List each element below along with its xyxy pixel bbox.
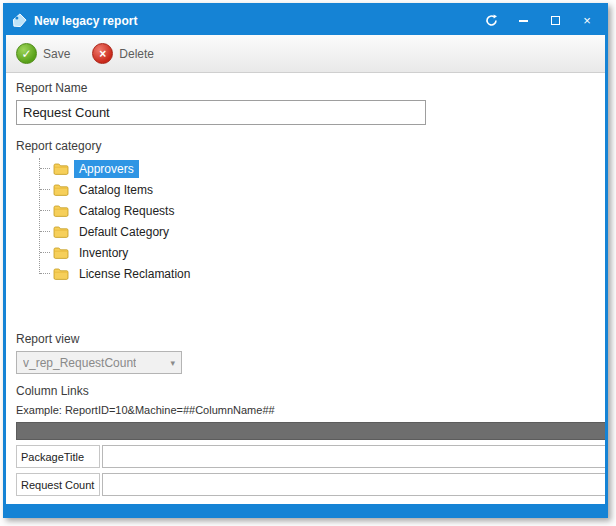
- tree-item-label: License Reclamation: [74, 265, 195, 283]
- status-bar: [6, 504, 605, 515]
- delete-button-label: Delete: [119, 47, 154, 61]
- minimize-icon: [519, 20, 528, 22]
- maximize-button[interactable]: [547, 13, 563, 29]
- category-tree: Approvers Catalog Items Catalog Requests: [30, 158, 595, 284]
- report-icon: [12, 13, 27, 28]
- close-button[interactable]: ×: [579, 13, 595, 29]
- column-links-label: Column Links: [16, 384, 595, 398]
- window: New legacy report × ✓ Save × Delete Repo…: [3, 3, 608, 518]
- report-view-selected-value: v_rep_RequestCount: [23, 356, 136, 370]
- tree-item-label: Inventory: [74, 244, 133, 262]
- toolbar: ✓ Save × Delete: [6, 35, 605, 73]
- report-view-label: Report view: [16, 332, 595, 346]
- tree-item-label: Default Category: [74, 223, 174, 241]
- column-links-table: PackageTitle Request Count: [16, 422, 605, 496]
- tree-item-0[interactable]: Approvers: [40, 158, 595, 179]
- tree-connector: [40, 189, 50, 190]
- report-view-select[interactable]: v_rep_RequestCount ▾: [16, 351, 182, 374]
- folder-icon: [53, 162, 69, 175]
- save-button[interactable]: ✓ Save: [16, 43, 70, 64]
- titlebar: New legacy report ×: [6, 6, 605, 35]
- tree-item-2[interactable]: Catalog Requests: [40, 200, 595, 221]
- tree-connector: [40, 273, 50, 274]
- minimize-button[interactable]: [515, 13, 531, 29]
- tree-item-label: Catalog Items: [74, 181, 158, 199]
- report-category-label: Report category: [16, 139, 595, 153]
- save-check-icon: ✓: [16, 43, 37, 64]
- window-controls: ×: [483, 13, 599, 29]
- delete-button[interactable]: × Delete: [92, 43, 154, 64]
- maximize-icon: [551, 16, 560, 25]
- column-row-input-packagetitle[interactable]: [102, 445, 605, 468]
- folder-icon: [53, 225, 69, 238]
- tree-connector: [40, 168, 50, 169]
- tree-item-3[interactable]: Default Category: [40, 221, 595, 242]
- table-row: PackageTitle: [16, 445, 605, 468]
- tree-connector: [40, 252, 50, 253]
- folder-icon: [53, 183, 69, 196]
- window-title: New legacy report: [34, 14, 483, 28]
- column-row-label: PackageTitle: [16, 445, 100, 468]
- tree-connector: [40, 210, 50, 211]
- column-links-table-header: [16, 422, 605, 440]
- column-row-input-requestcount[interactable]: [102, 473, 605, 496]
- tree-item-label: Approvers: [74, 160, 139, 178]
- folder-icon: [53, 267, 69, 280]
- column-row-label: Request Count: [16, 473, 100, 496]
- refresh-button[interactable]: [483, 13, 499, 29]
- report-name-label: Report Name: [16, 81, 595, 95]
- chevron-down-icon: ▾: [170, 358, 175, 368]
- column-links-example: Example: ReportID=10&Machine=##ColumnNam…: [16, 404, 595, 416]
- form-body: Report Name Report category Approvers: [6, 73, 605, 504]
- table-row: Request Count: [16, 473, 605, 496]
- tree-item-1[interactable]: Catalog Items: [40, 179, 595, 200]
- save-button-label: Save: [43, 47, 70, 61]
- report-name-input[interactable]: [16, 100, 426, 125]
- folder-icon: [53, 204, 69, 217]
- tree-item-label: Catalog Requests: [74, 202, 179, 220]
- tree-item-5[interactable]: License Reclamation: [40, 263, 595, 284]
- delete-x-icon: ×: [92, 43, 113, 64]
- tree-connector: [40, 231, 50, 232]
- folder-icon: [53, 246, 69, 259]
- tree-item-4[interactable]: Inventory: [40, 242, 595, 263]
